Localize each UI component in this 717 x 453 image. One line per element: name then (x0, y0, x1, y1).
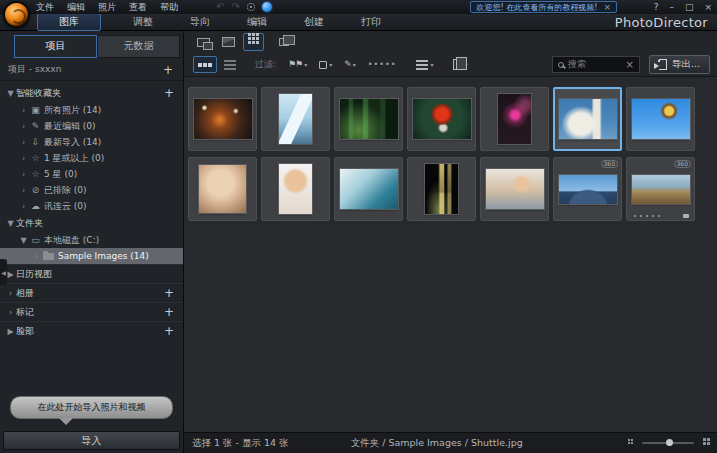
photo-thumbnail-woman-portrait[interactable] (188, 157, 257, 221)
item-all-photos[interactable]: ›▣所有照片 (14) (0, 102, 183, 118)
add-project-button[interactable]: + (161, 65, 175, 75)
window-controls: ?–□× (654, 0, 712, 13)
photo-thumbnail-shuttle[interactable] (553, 87, 622, 151)
tab-create[interactable]: 创建 (296, 14, 332, 30)
help-button[interactable]: ? (654, 2, 659, 12)
item-cyberlink-cloud[interactable]: ›☁讯连云 (0) (0, 198, 183, 214)
add-button[interactable]: + (162, 326, 176, 336)
section-albums[interactable]: ›相册+ (0, 283, 183, 302)
menu-item[interactable]: 帮助 (160, 1, 178, 14)
grid-view-button[interactable] (243, 33, 264, 51)
slider-handle[interactable] (666, 439, 673, 446)
photo-thumbnail-snowboarder[interactable] (626, 87, 695, 151)
edited-filter-button[interactable]: ✎▾ (339, 56, 361, 73)
compare-view-button[interactable] (275, 33, 296, 51)
stack-button[interactable]: ▾ (440, 56, 472, 73)
maximize-button[interactable]: □ (685, 2, 694, 12)
flag-filter-button[interactable]: ⚑⚑▾ (283, 56, 312, 73)
tab-edit[interactable]: 编辑 (239, 14, 275, 30)
menu-item[interactable]: 照片 (98, 1, 116, 14)
sidebar-tab-metadata[interactable]: 元数据 (97, 35, 180, 58)
photo-thumbnail-woman-laughing[interactable] (261, 157, 330, 221)
thumbnail-row (188, 87, 717, 151)
settings-gear-icon[interactable] (247, 3, 255, 11)
export-button[interactable]: 导出... (649, 55, 710, 74)
color-label-filter-button[interactable]: ▾ (314, 56, 337, 73)
redo-icon[interactable]: ↷ (231, 2, 239, 12)
expander-icon: › (18, 202, 29, 211)
section-folders[interactable]: ▼文件夹 (0, 214, 183, 232)
search-input[interactable]: 搜索 (568, 58, 622, 71)
notification-close-icon[interactable]: × (603, 3, 611, 12)
large-thumbnails-icon[interactable] (703, 438, 706, 441)
photo-thumbnail-woman-relaxing[interactable] (480, 157, 549, 221)
viewer-only-view-button[interactable] (218, 33, 239, 51)
item-local-disk-c[interactable]: ▼▭本地磁盘 (C:) (0, 232, 183, 248)
photo-thumbnail-neon[interactable] (480, 87, 549, 151)
item-rejected[interactable]: ›⊘已排除 (0) (0, 182, 183, 198)
photodirector-window: 文件编辑照片查看帮助 ↶ ↷ 欢迎您! 在此查看所有的教程视频! × ?–□× … (0, 0, 717, 453)
photo-thumbnail-pano-beach[interactable]: 360 (626, 157, 695, 221)
menu-item[interactable]: 查看 (129, 1, 147, 14)
tab-library[interactable]: 图库 (37, 13, 101, 31)
photo-thumbnail-dark-interior[interactable] (407, 157, 476, 221)
undo-icon[interactable]: ↶ (216, 2, 224, 12)
menu-item[interactable]: 文件 (36, 1, 54, 14)
section-faces[interactable]: ▶脸部+ (0, 321, 183, 340)
rating-dot (640, 215, 642, 217)
sort-button-icon (416, 64, 428, 66)
photo-thumbnail-forest[interactable] (334, 87, 403, 151)
sidebar-collapse-handle[interactable]: ◀ (0, 259, 7, 285)
export-label: 导出... (672, 58, 700, 71)
photo-grid: 360360 (184, 77, 717, 432)
browser-and-viewer-view-button[interactable] (193, 33, 214, 51)
view-mode-buttons (193, 33, 296, 51)
minimize-button[interactable]: – (669, 2, 674, 12)
item-latest-import[interactable]: ›⇩最新导入 (14) (0, 134, 183, 150)
welcome-tutorial-notification[interactable]: 欢迎您! 在此查看所有的教程视频! × (470, 1, 617, 13)
stack-button-icon (453, 59, 462, 70)
expander-icon: › (18, 186, 29, 195)
item-5-star[interactable]: ›☆5 星 (0) (0, 166, 183, 182)
small-thumbnails-icon[interactable] (628, 439, 630, 441)
section-tags[interactable]: ›标记+ (0, 302, 183, 321)
item-1-star-up[interactable]: ›☆1 星或以上 (0) (0, 150, 183, 166)
status-bar: 选择 1 张 - 显示 14 张 文件夹 / Sample Images / S… (184, 432, 717, 453)
thumbnail-view-toggle[interactable] (193, 56, 217, 73)
rating-filter-button[interactable]: ••••• (363, 56, 402, 73)
close-button[interactable]: × (704, 2, 712, 12)
photo-thumbnail-iceberg[interactable] (261, 87, 330, 151)
item-sample-images[interactable]: ›Sample Images (14) (0, 248, 183, 264)
search-clear-icon[interactable]: × (626, 60, 634, 70)
add-button[interactable]: + (162, 288, 176, 298)
photo-thumbnail-leaf[interactable] (407, 87, 476, 151)
photo-thumbnail-pano-sphere[interactable]: 360 (553, 157, 622, 221)
item-recently-edited[interactable]: ›✎最近编辑 (0) (0, 118, 183, 134)
thumbnail-size-slider[interactable] (642, 442, 694, 444)
sidebar-tab-project[interactable]: 项目 (14, 35, 97, 58)
thumbnail-row: 360360 (188, 157, 717, 221)
compare-icon (279, 38, 289, 46)
app-logo-icon[interactable] (3, 1, 30, 28)
library-sidebar: 项目元数据 项目 - sxxxn + ▼智能收藏夹+›▣所有照片 (14)›✎最… (0, 31, 184, 453)
add-button[interactable]: + (162, 88, 176, 98)
menu-item[interactable]: 编辑 (67, 1, 85, 14)
photo-thumbnail-basketball[interactable] (188, 87, 257, 151)
star-icon: ☆ (29, 153, 42, 163)
list-view-toggle[interactable] (219, 56, 241, 73)
tab-adjust[interactable]: 调整 (125, 14, 161, 30)
expander-icon: › (5, 308, 16, 317)
title-bar: 文件编辑照片查看帮助 ↶ ↷ 欢迎您! 在此查看所有的教程视频! × ?–□× (0, 0, 717, 14)
tab-guided[interactable]: 导向 (182, 14, 218, 30)
section-calendar-view[interactable]: ▶日历视图 (0, 264, 183, 283)
section-smart-collections[interactable]: ▼智能收藏夹+ (0, 84, 183, 102)
photo-basketball (194, 99, 252, 139)
sort-button[interactable]: ▾ (411, 56, 438, 73)
search-box[interactable]: 搜索 × (552, 56, 640, 73)
tab-print[interactable]: 打印 (353, 14, 389, 30)
import-button[interactable]: 导入 (3, 431, 180, 450)
notification-dot-icon[interactable] (262, 2, 272, 12)
expander-icon: › (18, 106, 29, 115)
photo-thumbnail-ocean-wave[interactable] (334, 157, 403, 221)
add-button[interactable]: + (162, 307, 176, 317)
